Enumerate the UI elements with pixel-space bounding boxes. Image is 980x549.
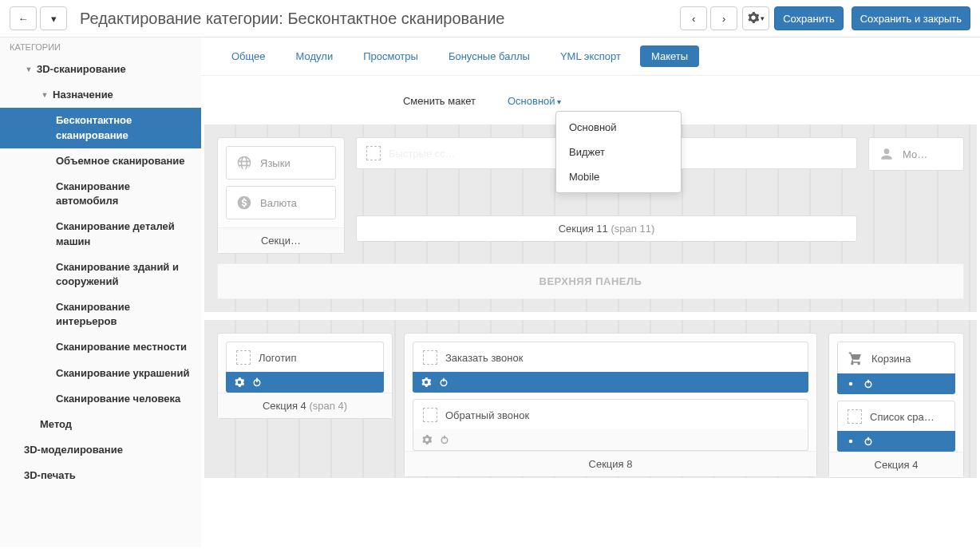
layout-select[interactable]: Основной xyxy=(508,95,561,107)
placeholder-icon xyxy=(423,350,437,365)
globe-icon xyxy=(236,155,252,171)
widget-label: Быстрые сс… xyxy=(389,148,456,160)
pager-next[interactable]: › xyxy=(710,6,737,30)
widget-controls xyxy=(837,373,955,394)
svg-rect-1 xyxy=(256,378,258,382)
tab-yml[interactable]: YML экспорт xyxy=(549,45,632,67)
nav-menu-dropdown[interactable]: ▾ xyxy=(40,6,67,30)
widget-label: Языки xyxy=(260,157,290,169)
save-close-button[interactable]: Сохранить и закрыть xyxy=(852,6,970,30)
widget-currency[interactable]: Валюта xyxy=(226,186,336,219)
widget-controls xyxy=(226,372,384,393)
layout-option[interactable]: Основной xyxy=(556,115,681,140)
back-button[interactable]: ← xyxy=(10,6,37,30)
layout-option[interactable]: Mobile xyxy=(556,164,681,189)
tree-sibling[interactable]: 3D-моделирование xyxy=(0,437,201,463)
save-button[interactable]: Сохранить xyxy=(774,6,844,30)
gear-icon[interactable] xyxy=(234,377,245,388)
cart-icon xyxy=(848,350,863,366)
power-icon[interactable] xyxy=(439,434,450,445)
tree-item[interactable]: Сканирование интерьеров xyxy=(0,294,201,334)
widget-controls xyxy=(837,431,955,452)
layout-option[interactable]: Виджет xyxy=(556,140,681,164)
power-icon[interactable] xyxy=(863,378,874,389)
tree-item[interactable]: Сканирование человека xyxy=(0,386,201,412)
section8-label: Секция 8 xyxy=(405,451,816,476)
widget-account[interactable]: Мо… xyxy=(868,137,964,171)
svg-rect-9 xyxy=(867,437,869,441)
tree-item[interactable]: Сканирование автомобиля xyxy=(0,174,201,214)
page-title: Редактирование категории: Бесконтактное … xyxy=(73,10,674,28)
tree-sub-metod[interactable]: Метод xyxy=(0,412,201,437)
power-icon[interactable] xyxy=(251,377,263,388)
tree-sub-naznachenie[interactable]: ▼Назначение xyxy=(0,82,201,108)
widget-label: Обратный звонок xyxy=(445,409,529,421)
svg-rect-5 xyxy=(444,436,445,440)
gear-icon[interactable] xyxy=(845,378,856,389)
header-panel: Логотип Секция 4 (span 4) xyxy=(204,320,977,478)
tree-item[interactable]: Сканирование зданий и сооружений xyxy=(0,255,201,294)
tree-item[interactable]: Сканирование местности xyxy=(0,334,201,360)
pager-prev[interactable]: ‹ xyxy=(680,6,707,30)
tree-sibling[interactable]: 3D-печать xyxy=(0,463,201,488)
section11-label: Секция 11 (span 11) xyxy=(356,215,857,242)
sidebar-header: КАТЕГОРИИ xyxy=(0,38,201,57)
power-icon[interactable] xyxy=(438,377,449,388)
widget-label: Список сра… xyxy=(870,411,935,423)
layout-select-label: Сменить макет xyxy=(220,95,492,107)
gear-icon[interactable] xyxy=(421,377,432,388)
widget-languages[interactable]: Языки xyxy=(226,146,336,180)
widget-callback-order[interactable]: Заказать звонок xyxy=(413,342,808,373)
section-label: Секци… xyxy=(218,227,344,253)
top-panel-title: ВЕРХНЯЯ ПАНЕЛЬ xyxy=(217,263,964,299)
power-icon[interactable] xyxy=(863,436,874,447)
placeholder-icon xyxy=(423,408,437,422)
tree-item[interactable]: Сканирование деталей машин xyxy=(0,214,201,254)
placeholder-icon xyxy=(366,146,381,160)
tree-item-active[interactable]: Бесконтактное сканирование xyxy=(0,108,201,148)
tab-general[interactable]: Общее xyxy=(220,45,277,67)
tab-layouts[interactable]: Макеты xyxy=(640,45,699,67)
widget-controls xyxy=(413,429,808,451)
dollar-icon xyxy=(236,195,252,211)
widget-label: Корзина xyxy=(871,353,911,365)
widget-label: Валюта xyxy=(260,197,297,209)
widget-cart[interactable]: Корзина xyxy=(837,342,955,375)
tabs: Общее Модули Просмотры Бонусные баллы YM… xyxy=(201,38,980,76)
svg-rect-3 xyxy=(443,378,445,382)
gear-icon[interactable] xyxy=(845,436,856,447)
tree-item[interactable]: Объемное сканирование xyxy=(0,148,201,174)
gear-icon[interactable] xyxy=(421,434,433,445)
tree-root[interactable]: ▼3D-сканирование xyxy=(0,57,201,82)
widget-label: Мо… xyxy=(903,148,927,160)
tab-views[interactable]: Просмотры xyxy=(352,45,429,67)
widget-compare[interactable]: Список сра… xyxy=(837,401,955,432)
gear-icon xyxy=(748,12,759,26)
placeholder-icon xyxy=(848,409,862,424)
widget-logo[interactable]: Логотип xyxy=(226,342,384,373)
widget-controls xyxy=(413,372,808,393)
settings-menu[interactable]: ▾ xyxy=(742,6,769,30)
tree-item[interactable]: Сканирование украшений xyxy=(0,361,201,386)
tab-modules[interactable]: Модули xyxy=(285,45,345,67)
widget-label: Заказать звонок xyxy=(445,352,523,364)
section4b-label: Секция 4 xyxy=(829,452,963,477)
layout-dropdown: Основной Виджет Mobile xyxy=(555,111,682,193)
tab-bonus[interactable]: Бонусные баллы xyxy=(437,45,541,67)
category-tree: КАТЕГОРИИ ▼3D-сканирование ▼Назначение Б… xyxy=(0,38,201,547)
user-icon xyxy=(879,146,895,162)
widget-callback[interactable]: Обратный звонок xyxy=(413,399,808,431)
placeholder-icon xyxy=(236,350,251,365)
section4-label: Секция 4 (span 4) xyxy=(218,393,392,418)
svg-rect-7 xyxy=(867,380,869,384)
widget-label: Логотип xyxy=(259,352,296,364)
